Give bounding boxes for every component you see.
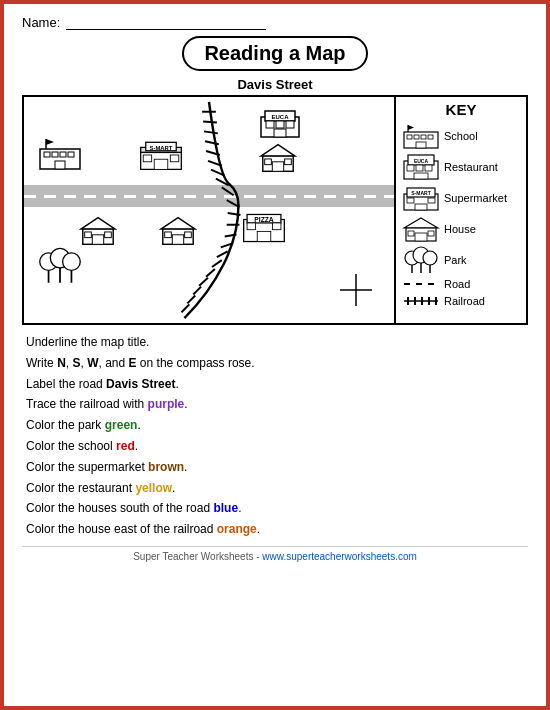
svg-rect-35	[170, 155, 178, 162]
key-row-house: House	[402, 215, 520, 243]
instruction-4: Trace the railroad with purple.	[26, 395, 524, 415]
svg-line-14	[217, 251, 228, 257]
instruction-10: Color the house east of the railroad ora…	[26, 520, 524, 540]
svg-rect-79	[416, 142, 426, 148]
svg-rect-90	[407, 198, 414, 203]
svg-rect-50	[92, 235, 103, 245]
svg-line-6	[211, 170, 225, 176]
svg-point-100	[423, 251, 437, 265]
svg-rect-24	[44, 152, 50, 157]
map-supermarket: S-MART	[139, 137, 183, 173]
svg-rect-34	[143, 155, 151, 162]
svg-text:PIZZA: PIZZA	[254, 216, 274, 223]
svg-rect-78	[428, 135, 433, 139]
svg-line-15	[212, 260, 222, 267]
instruction-9: Color the houses south of the road blue.	[26, 499, 524, 519]
key-row-supermarket: S-MART Supermarket	[402, 184, 520, 212]
instruction-1: Underline the map title.	[26, 333, 524, 353]
map-house-northeast	[259, 142, 297, 174]
svg-rect-55	[172, 235, 183, 245]
map-house-south-center	[159, 215, 197, 247]
svg-marker-36	[261, 145, 295, 156]
svg-rect-61	[247, 223, 255, 230]
svg-rect-83	[407, 165, 414, 171]
key-row-road: Road	[402, 277, 520, 291]
map-area: S-MART	[24, 97, 396, 323]
svg-rect-75	[407, 135, 412, 139]
key-panel: KEY School	[396, 97, 526, 323]
key-icon-supermarket: S-MART	[402, 184, 440, 212]
svg-rect-76	[414, 135, 419, 139]
svg-line-3	[205, 141, 219, 144]
svg-line-10	[228, 213, 241, 215]
svg-rect-45	[276, 121, 284, 128]
map-school	[38, 135, 82, 171]
svg-rect-25	[52, 152, 58, 157]
key-label-park: Park	[444, 254, 467, 266]
svg-rect-57	[185, 232, 192, 238]
key-label-house: House	[444, 223, 476, 235]
road-dashes	[24, 195, 394, 198]
svg-line-2	[204, 131, 218, 133]
svg-rect-85	[425, 165, 432, 171]
svg-text:S-MART: S-MART	[150, 145, 173, 151]
street-label: Davis Street	[22, 77, 528, 92]
footer: Super Teacher Worksheets - www.superteac…	[22, 546, 528, 562]
key-title: KEY	[402, 101, 520, 118]
instruction-2: Write N, S, W, and E on the compass rose…	[26, 354, 524, 374]
compass-rose	[338, 272, 374, 308]
name-input-line[interactable]	[66, 14, 266, 30]
svg-marker-73	[408, 125, 414, 130]
svg-rect-63	[257, 231, 271, 241]
svg-line-4	[206, 151, 220, 155]
svg-rect-33	[154, 159, 168, 169]
worksheet-title: Reading a Map	[182, 36, 367, 71]
key-label-railroad: Railroad	[444, 295, 485, 307]
footer-text: Super Teacher Worksheets -	[133, 551, 262, 562]
key-label-supermarket: Supermarket	[444, 192, 507, 204]
svg-rect-28	[55, 161, 65, 169]
key-label-restaurant: Restaurant	[444, 161, 498, 173]
map-pizza: PIZZA	[242, 212, 286, 244]
svg-line-1	[203, 122, 217, 123]
svg-line-17	[199, 278, 208, 286]
svg-text:S-MART: S-MART	[411, 190, 430, 196]
key-row-park: Park	[402, 246, 520, 274]
map-restaurant: EUCA	[259, 109, 301, 139]
road-band	[24, 185, 394, 207]
svg-rect-92	[415, 204, 427, 210]
map-park	[38, 245, 82, 295]
svg-rect-46	[286, 121, 294, 128]
map-container: S-MART	[22, 95, 528, 325]
svg-rect-62	[272, 223, 280, 230]
svg-rect-38	[272, 162, 283, 172]
svg-point-66	[63, 253, 81, 271]
instruction-7: Color the supermarket brown.	[26, 458, 524, 478]
svg-rect-26	[60, 152, 66, 157]
key-label-school: School	[444, 130, 478, 142]
svg-rect-27	[68, 152, 74, 157]
name-label: Name:	[22, 15, 60, 30]
key-icon-railroad	[402, 294, 440, 308]
key-row-railroad: Railroad	[402, 294, 520, 308]
instructions-section: Underline the map title. Write N, S, W, …	[22, 333, 528, 540]
key-row-school: School	[402, 122, 520, 150]
title-row: Reading a Map	[22, 36, 528, 75]
svg-line-5	[208, 161, 222, 166]
key-icon-house	[402, 215, 440, 243]
instruction-6: Color the school red.	[26, 437, 524, 457]
instruction-5: Color the park green.	[26, 416, 524, 436]
map-house-south-left	[79, 215, 117, 247]
key-icon-park	[402, 246, 440, 274]
svg-rect-47	[274, 129, 286, 137]
svg-rect-91	[428, 198, 435, 203]
svg-rect-52	[105, 232, 112, 238]
svg-line-13	[221, 243, 233, 247]
key-icon-restaurant: EUCA	[402, 153, 440, 181]
footer-link[interactable]: www.superteacherworksheets.com	[262, 551, 417, 562]
svg-rect-51	[85, 232, 92, 238]
name-row: Name:	[22, 14, 528, 30]
svg-marker-48	[81, 218, 115, 229]
svg-rect-95	[415, 233, 427, 241]
svg-line-19	[187, 295, 195, 303]
